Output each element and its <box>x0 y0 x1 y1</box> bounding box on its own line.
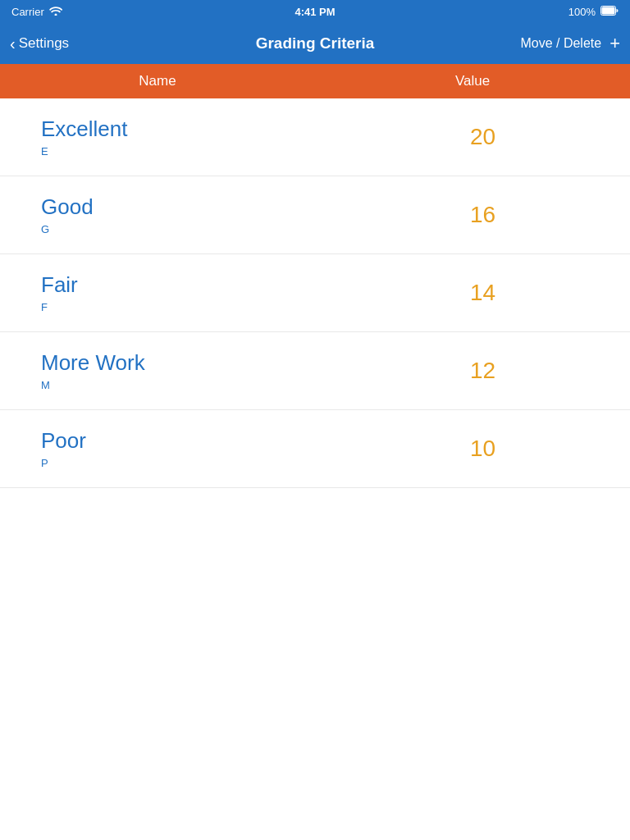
svg-rect-1 <box>602 7 615 14</box>
battery-icon <box>600 6 619 18</box>
row-name-main: Good <box>41 194 336 220</box>
row-name-abbr: P <box>41 457 336 469</box>
table-row[interactable]: More Work M 12 <box>0 332 630 410</box>
battery-label: 100% <box>568 6 596 18</box>
grading-table: Excellent E 20 Good G 16 Fair F 14 More … <box>0 98 630 488</box>
status-right: 100% <box>568 6 619 18</box>
row-name-main: More Work <box>41 350 336 376</box>
wifi-icon <box>49 6 62 18</box>
column-headers: Name Value <box>0 64 630 98</box>
row-name-col: Excellent E <box>0 116 336 158</box>
row-name-abbr: E <box>41 145 336 158</box>
row-value: 10 <box>336 436 630 462</box>
back-label: Settings <box>19 35 69 52</box>
row-name-col: More Work M <box>0 350 336 391</box>
move-delete-button[interactable]: Move / Delete <box>520 36 601 51</box>
chevron-left-icon: ‹ <box>10 34 16 53</box>
row-value: 14 <box>336 280 630 306</box>
add-button[interactable]: + <box>609 34 620 52</box>
status-time: 4:41 PM <box>294 6 335 18</box>
row-name-col: Poor P <box>0 428 336 469</box>
row-name-main: Fair <box>41 272 336 298</box>
value-column-header: Value <box>315 73 630 89</box>
name-column-header: Name <box>0 73 315 89</box>
table-row[interactable]: Fair F 14 <box>0 254 630 332</box>
table-row[interactable]: Poor P 10 <box>0 410 630 488</box>
row-name-abbr: M <box>41 379 336 391</box>
row-name-abbr: G <box>41 223 336 235</box>
nav-actions: Move / Delete + <box>520 34 620 52</box>
status-bar: Carrier 4:41 PM 100% <box>0 0 630 23</box>
row-value: 12 <box>336 358 630 384</box>
nav-title: Grading Criteria <box>256 34 375 52</box>
row-name-col: Good G <box>0 194 336 235</box>
status-left: Carrier <box>11 6 62 18</box>
row-name-main: Poor <box>41 428 336 454</box>
row-name-col: Fair F <box>0 272 336 313</box>
table-row[interactable]: Good G 16 <box>0 176 630 254</box>
row-value: 16 <box>336 202 630 228</box>
back-button[interactable]: ‹ Settings <box>10 34 69 53</box>
carrier-label: Carrier <box>11 6 44 18</box>
nav-bar: ‹ Settings Grading Criteria Move / Delet… <box>0 23 630 64</box>
row-name-main: Excellent <box>41 116 336 142</box>
row-value: 20 <box>336 124 630 150</box>
row-name-abbr: F <box>41 301 336 313</box>
table-row[interactable]: Excellent E 20 <box>0 98 630 176</box>
